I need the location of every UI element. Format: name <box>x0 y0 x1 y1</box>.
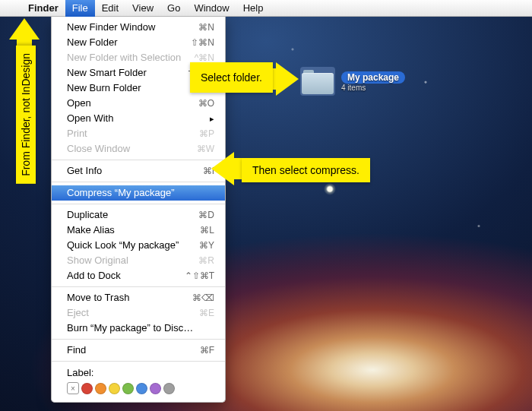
menu-item-label: Show Original <box>67 254 128 267</box>
menu-item[interactable]: Add to Dock⌃⇧⌘T <box>52 268 225 283</box>
menu-item-label: Eject <box>67 306 89 320</box>
label-swatch-none[interactable]: × <box>67 382 79 394</box>
menu-item-label: Find <box>67 343 86 357</box>
menubar-app-name[interactable]: Finder <box>21 0 65 17</box>
menu-item-shortcut: ⌘R <box>198 254 214 267</box>
menu-item-shortcut: ⌘F <box>200 343 214 357</box>
annotation-arrow-left <box>211 152 234 185</box>
menubar-item-file[interactable]: File <box>65 0 95 17</box>
label-swatch[interactable] <box>81 383 93 394</box>
menu-item-label: New Smart Folder <box>67 66 147 80</box>
menu-item-shortcut: ⌘Y <box>199 239 214 252</box>
menubar-item-help[interactable]: Help <box>236 0 271 17</box>
label-swatch[interactable] <box>150 383 161 394</box>
menu-item-label: Quick Look “My package” <box>67 239 179 252</box>
menu-item-label: Open With <box>67 112 113 125</box>
menu-item[interactable]: New Folder⇧⌘N <box>52 35 225 50</box>
menu-item[interactable]: Move to Trash⌘⌫ <box>52 290 225 305</box>
annotation-arrow-right <box>276 62 299 96</box>
menu-item: Eject⌘E <box>52 305 225 321</box>
menu-item-shortcut: ⌘L <box>200 223 214 237</box>
menu-item-label: New Folder <box>67 36 117 49</box>
desktop-folder-my-package[interactable]: My package 4 items <box>300 67 405 96</box>
menu-item-label: Burn “My package” to Disc… <box>67 321 193 335</box>
menu-item: Show Original⌘R <box>52 253 225 268</box>
menu-item-label: Print <box>67 127 87 141</box>
menu-item-label: Open <box>67 96 91 110</box>
label-swatch[interactable] <box>163 383 175 394</box>
menu-item-shortcut: ⌃⇧⌘T <box>185 269 214 283</box>
folder-icon <box>302 68 334 94</box>
menu-item-shortcut: ⌘⌫ <box>192 291 214 305</box>
menu-label-header: Label: <box>52 365 225 381</box>
menubar-item-window[interactable]: Window <box>187 0 236 17</box>
menu-item[interactable]: Get Info⌘I <box>52 163 225 179</box>
annotation-arrow-up <box>9 18 40 40</box>
menu-item: Print⌘P <box>52 126 225 141</box>
menu-item-label: Get Info <box>67 164 102 178</box>
label-swatch[interactable] <box>109 383 120 394</box>
menu-item[interactable]: Duplicate⌘D <box>52 207 225 223</box>
menu-item[interactable]: Open⌘O <box>52 96 225 111</box>
menu-item[interactable]: Compress “My package” <box>52 185 225 201</box>
menu-item[interactable]: New Finder Window⌘N <box>52 20 225 35</box>
folder-name: My package <box>347 72 399 83</box>
menu-item[interactable]: Make Alias⌘L <box>52 223 225 238</box>
menu-item[interactable]: Find⌘F <box>52 343 225 358</box>
menubar-item-go[interactable]: Go <box>160 0 187 17</box>
menubar: Finder File Edit View Go Window Help <box>0 0 532 17</box>
menubar-item-edit[interactable]: Edit <box>95 0 125 17</box>
label-swatch[interactable] <box>122 383 134 394</box>
menu-item-shortcut: ⌘D <box>198 208 214 222</box>
menu-item[interactable]: Burn “My package” to Disc… <box>52 321 225 336</box>
folder-subtitle: 4 items <box>341 84 405 92</box>
menu-item-label: Compress “My package” <box>67 186 175 200</box>
annotation-select-folder: Select folder. <box>190 62 273 93</box>
menu-item-label: Duplicate <box>67 208 108 222</box>
annotation-select-compress: Then select compress. <box>242 158 370 182</box>
menu-item-shortcut: ⌘N <box>198 21 214 34</box>
menu-item-shortcut: ⌘E <box>199 306 214 320</box>
menu-item-label: Add to Dock <box>67 269 121 283</box>
menu-item: Close Window⌘W <box>52 141 225 156</box>
menu-item[interactable]: Quick Look “My package”⌘Y <box>52 238 225 253</box>
menubar-item-view[interactable]: View <box>125 0 160 17</box>
menu-item-label: New Burn Folder <box>67 81 141 95</box>
menu-item-shortcut: ⌘P <box>199 127 214 141</box>
menu-item-shortcut: ⇧⌘N <box>191 36 214 49</box>
menu-item-label: New Finder Window <box>67 21 155 34</box>
menu-item-shortcut: ⌘O <box>198 96 214 110</box>
menu-item[interactable]: Open With <box>52 111 225 126</box>
label-swatch[interactable] <box>95 383 106 394</box>
menu-item-label: New Folder with Selection <box>67 51 181 65</box>
annotation-from-finder: From Finder, not InDesign <box>16 46 36 184</box>
menu-item-label: Make Alias <box>67 223 115 237</box>
menu-item-label: Close Window <box>67 142 130 156</box>
label-swatch[interactable] <box>136 383 147 394</box>
menu-item-label: Move to Trash <box>67 291 129 305</box>
label-swatches: × <box>52 381 225 397</box>
